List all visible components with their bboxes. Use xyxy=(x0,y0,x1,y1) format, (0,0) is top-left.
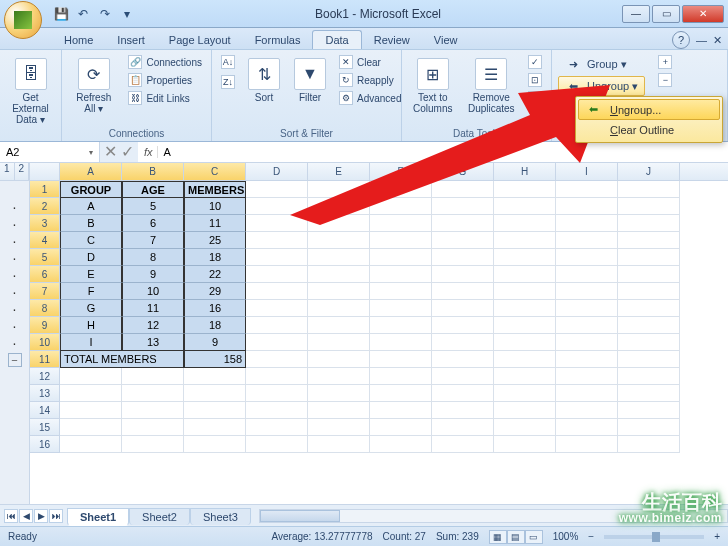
cell-I8[interactable] xyxy=(556,300,618,317)
cell-I4[interactable] xyxy=(556,232,618,249)
cell-A1[interactable]: GROUP xyxy=(60,181,122,198)
cell-C2[interactable]: 10 xyxy=(184,198,246,215)
select-all-corner[interactable] xyxy=(30,163,60,180)
fx-icon[interactable]: fx xyxy=(144,146,158,158)
cell-G12[interactable] xyxy=(432,368,494,385)
cell-D11[interactable] xyxy=(246,351,308,368)
show-detail-button[interactable]: + xyxy=(655,54,675,70)
cell-A3[interactable]: B xyxy=(60,215,122,232)
cell-B3[interactable]: 6 xyxy=(122,215,184,232)
row-header[interactable]: 4 xyxy=(30,232,60,249)
cell-G6[interactable] xyxy=(432,266,494,283)
row-header[interactable]: 16 xyxy=(30,436,60,453)
consolidate-button[interactable]: ⊡ xyxy=(525,72,545,88)
cell-B16[interactable] xyxy=(122,436,184,453)
cell-I3[interactable] xyxy=(556,215,618,232)
edit-links-button[interactable]: ⛓Edit Links xyxy=(125,90,205,106)
cell-C9[interactable]: 18 xyxy=(184,317,246,334)
cell-J13[interactable] xyxy=(618,385,680,402)
cell-I9[interactable] xyxy=(556,317,618,334)
cell-C13[interactable] xyxy=(184,385,246,402)
cell-B7[interactable]: 10 xyxy=(122,283,184,300)
row-header[interactable]: 3 xyxy=(30,215,60,232)
cell-F10[interactable] xyxy=(370,334,432,351)
row-header[interactable]: 2 xyxy=(30,198,60,215)
row-header[interactable]: 10 xyxy=(30,334,60,351)
zoom-level[interactable]: 100% xyxy=(553,531,579,542)
cell-G4[interactable] xyxy=(432,232,494,249)
row-header[interactable]: 1 xyxy=(30,181,60,198)
cell-E5[interactable] xyxy=(308,249,370,266)
cell-F4[interactable] xyxy=(370,232,432,249)
cell-D15[interactable] xyxy=(246,419,308,436)
cell-G2[interactable] xyxy=(432,198,494,215)
sort-desc-button[interactable]: Z↓ xyxy=(218,74,238,90)
cell-H10[interactable] xyxy=(494,334,556,351)
col-header-g[interactable]: G xyxy=(432,163,494,180)
col-header-j[interactable]: J xyxy=(618,163,680,180)
cell-E13[interactable] xyxy=(308,385,370,402)
filter-button[interactable]: ▼ Filter xyxy=(290,54,330,107)
undo-icon[interactable]: ↶ xyxy=(74,5,92,23)
cell-J15[interactable] xyxy=(618,419,680,436)
row-header[interactable]: 5 xyxy=(30,249,60,266)
cell-I13[interactable] xyxy=(556,385,618,402)
outline-collapse-button[interactable]: − xyxy=(8,353,22,367)
cell-B1[interactable]: AGE xyxy=(122,181,184,198)
sort-asc-button[interactable]: A↓ xyxy=(218,54,238,70)
cell-H7[interactable] xyxy=(494,283,556,300)
cell-E2[interactable] xyxy=(308,198,370,215)
cell-B5[interactable]: 8 xyxy=(122,249,184,266)
advanced-filter-button[interactable]: ⚙Advanced xyxy=(336,90,404,106)
sheet-tab-3[interactable]: Sheet3 xyxy=(190,508,251,525)
cell-J7[interactable] xyxy=(618,283,680,300)
cell-A13[interactable] xyxy=(60,385,122,402)
cell-H12[interactable] xyxy=(494,368,556,385)
cell-H9[interactable] xyxy=(494,317,556,334)
cell-H2[interactable] xyxy=(494,198,556,215)
redo-icon[interactable]: ↷ xyxy=(96,5,114,23)
cell-I2[interactable] xyxy=(556,198,618,215)
cell-J11[interactable] xyxy=(618,351,680,368)
tab-view[interactable]: View xyxy=(422,31,470,49)
cell-H1[interactable] xyxy=(494,181,556,198)
cell-I1[interactable] xyxy=(556,181,618,198)
cell-H16[interactable] xyxy=(494,436,556,453)
col-header-h[interactable]: H xyxy=(494,163,556,180)
cell-I6[interactable] xyxy=(556,266,618,283)
cell-D1[interactable] xyxy=(246,181,308,198)
cell-D14[interactable] xyxy=(246,402,308,419)
view-normal-icon[interactable]: ▦ xyxy=(489,530,507,544)
chevron-down-icon[interactable]: ▾ xyxy=(89,148,93,157)
row-header[interactable]: 6 xyxy=(30,266,60,283)
cell-I16[interactable] xyxy=(556,436,618,453)
cell-F6[interactable] xyxy=(370,266,432,283)
cell-G1[interactable] xyxy=(432,181,494,198)
cell-G11[interactable] xyxy=(432,351,494,368)
cell-B14[interactable] xyxy=(122,402,184,419)
cell-G3[interactable] xyxy=(432,215,494,232)
cell-J12[interactable] xyxy=(618,368,680,385)
cell-F3[interactable] xyxy=(370,215,432,232)
row-header[interactable]: 7 xyxy=(30,283,60,300)
cell-D7[interactable] xyxy=(246,283,308,300)
cell-D5[interactable] xyxy=(246,249,308,266)
zoom-in-button[interactable]: + xyxy=(714,531,720,542)
cell-F13[interactable] xyxy=(370,385,432,402)
cell-G7[interactable] xyxy=(432,283,494,300)
ungroup-button[interactable]: ⬅Ungroup ▾ xyxy=(558,76,645,96)
col-header-c[interactable]: C xyxy=(184,163,246,180)
cell-F8[interactable] xyxy=(370,300,432,317)
refresh-all-button[interactable]: ⟳ Refresh All ▾ xyxy=(68,54,119,118)
cell-E4[interactable] xyxy=(308,232,370,249)
cell-F12[interactable] xyxy=(370,368,432,385)
whatif-button[interactable]: ? xyxy=(525,90,545,106)
tab-data[interactable]: Data xyxy=(312,30,361,49)
remove-duplicates-button[interactable]: ☰ Remove Duplicates xyxy=(464,54,519,118)
cell-C11[interactable]: 158 xyxy=(184,351,246,368)
cell-J9[interactable] xyxy=(618,317,680,334)
cell-E3[interactable] xyxy=(308,215,370,232)
ribbon-close-button[interactable]: ✕ xyxy=(713,34,722,47)
formula-input[interactable]: A xyxy=(164,146,171,158)
cell-B15[interactable] xyxy=(122,419,184,436)
